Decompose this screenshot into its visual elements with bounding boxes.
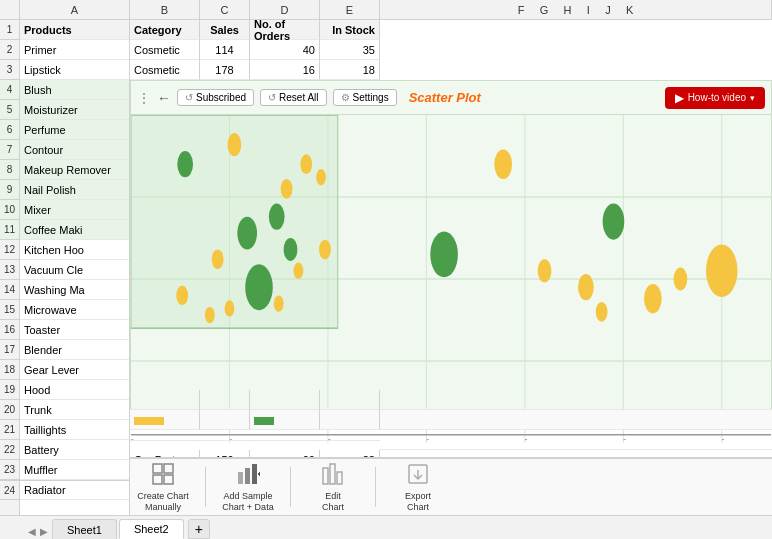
- cell-a7[interactable]: Contour: [20, 140, 129, 160]
- row-num-3[interactable]: 3: [0, 60, 19, 80]
- cell-a1[interactable]: Products: [20, 20, 129, 40]
- cell-a10[interactable]: Mixer: [20, 200, 129, 220]
- row-num-17[interactable]: 17: [0, 340, 19, 360]
- row-num-11[interactable]: 11: [0, 220, 19, 240]
- how-to-video-button[interactable]: ▶ How-to video ▾: [665, 87, 765, 109]
- row-num-12[interactable]: 12: [0, 240, 19, 260]
- cell-a4[interactable]: Blush: [20, 80, 129, 100]
- row-num-13[interactable]: 13: [0, 260, 19, 280]
- cell-a8[interactable]: Makeup Remover: [20, 160, 129, 180]
- cell-a11[interactable]: Coffee Maki: [20, 220, 129, 240]
- how-to-label: How-to video: [688, 92, 746, 103]
- row-num-22[interactable]: 22: [0, 440, 19, 460]
- cell-e3[interactable]: 18: [320, 60, 380, 80]
- svg-rect-47: [153, 464, 162, 473]
- row-num-16[interactable]: 16: [0, 320, 19, 340]
- col-header-a[interactable]: A: [20, 0, 130, 19]
- cell-a2[interactable]: Primer: [20, 40, 129, 60]
- export-chart-button[interactable]: ExportChart: [378, 460, 458, 514]
- back-button[interactable]: ←: [157, 90, 171, 106]
- cell-b1[interactable]: Category: [130, 20, 200, 40]
- row-num-21[interactable]: 21: [0, 420, 19, 440]
- cell-d2[interactable]: 40: [250, 40, 320, 60]
- reset-all-button[interactable]: ↺ Reset All: [260, 89, 326, 106]
- cell-a23[interactable]: Muffler: [20, 460, 129, 480]
- row-num-7[interactable]: 7: [0, 140, 19, 160]
- cell-e2[interactable]: 35: [320, 40, 380, 60]
- row-num-5[interactable]: 5: [0, 100, 19, 120]
- row-num-15[interactable]: 15: [0, 300, 19, 320]
- cell-c3[interactable]: 178: [200, 60, 250, 80]
- empty-fk-22: [380, 410, 772, 430]
- row-num-1[interactable]: 1: [0, 20, 19, 40]
- cell-a5[interactable]: Moisturizer: [20, 100, 129, 120]
- row-num-20[interactable]: 20: [0, 400, 19, 420]
- row-num-14[interactable]: 14: [0, 280, 19, 300]
- row-num-4[interactable]: 4: [0, 80, 19, 100]
- cell-c-battery[interactable]: [200, 440, 250, 441]
- add-sheet-button[interactable]: +: [188, 519, 210, 539]
- cell-b2[interactable]: Cosmetic: [130, 40, 200, 60]
- cell-d1[interactable]: No. of Orders: [250, 20, 320, 40]
- dots-menu-left[interactable]: ⋮: [137, 90, 151, 106]
- cell-a15[interactable]: Microwave: [20, 300, 129, 320]
- cell-a16[interactable]: Toaster: [20, 320, 129, 340]
- cell-c21[interactable]: [200, 390, 250, 410]
- col-header-e[interactable]: E: [320, 0, 380, 19]
- cell-d-battery[interactable]: [250, 440, 320, 441]
- col-header-d[interactable]: D: [250, 0, 320, 19]
- edit-chart-button[interactable]: EditChart: [293, 460, 373, 514]
- cell-d3[interactable]: 16: [250, 60, 320, 80]
- col-header-c[interactable]: C: [200, 0, 250, 19]
- bar-d22: [254, 417, 274, 425]
- add-sample-chart-button[interactable]: Add SampleChart + Data: [208, 460, 288, 514]
- col-header-b[interactable]: B: [130, 0, 200, 19]
- cell-b21[interactable]: [130, 390, 200, 410]
- row-num-9[interactable]: 9: [0, 180, 19, 200]
- cell-a24[interactable]: Radiator: [20, 480, 129, 500]
- create-manually-icon: [151, 462, 175, 488]
- cell-b3[interactable]: Cosmetic: [130, 60, 200, 80]
- sheet2-tab[interactable]: Sheet2: [119, 519, 184, 539]
- scroll-left-button[interactable]: ◀: [28, 526, 36, 539]
- cell-e-battery[interactable]: [320, 440, 380, 441]
- row-num-2[interactable]: 2: [0, 40, 19, 60]
- svg-point-16: [237, 217, 257, 250]
- row-num-23[interactable]: 23: [0, 460, 19, 480]
- cell-c1[interactable]: Sales: [200, 20, 250, 40]
- sheet1-tab[interactable]: Sheet1: [52, 519, 117, 539]
- cell-c2[interactable]: 114: [200, 40, 250, 60]
- subscribed-button[interactable]: ↺ Subscribed: [177, 89, 254, 106]
- sheet2-label: Sheet2: [134, 523, 169, 535]
- chart-container: ⋮ ← ↺ Subscribed ↺ Reset All ⚙ Settings …: [130, 80, 772, 410]
- row-num-24[interactable]: 24: [0, 480, 19, 500]
- svg-point-13: [300, 154, 312, 174]
- cell-a3[interactable]: Lipstick: [20, 60, 129, 80]
- create-chart-manually-button[interactable]: Create ChartManually: [130, 460, 203, 514]
- cell-a17[interactable]: Blender: [20, 340, 129, 360]
- row-num-8[interactable]: 8: [0, 160, 19, 180]
- cell-a22[interactable]: Battery: [20, 440, 129, 460]
- cell-a21[interactable]: Taillights: [20, 420, 129, 440]
- cell-e21[interactable]: [320, 390, 380, 410]
- cell-e1[interactable]: In Stock: [320, 20, 380, 40]
- cell-a13[interactable]: Vacuum Cle: [20, 260, 129, 280]
- cell-a14[interactable]: Washing Ma: [20, 280, 129, 300]
- row-num-19[interactable]: 19: [0, 380, 19, 400]
- settings-button[interactable]: ⚙ Settings: [333, 89, 397, 106]
- add-sample-label: Add SampleChart + Data: [222, 491, 273, 513]
- row-num-18[interactable]: 18: [0, 360, 19, 380]
- cell-a19[interactable]: Hood: [20, 380, 129, 400]
- row-num-10[interactable]: 10: [0, 200, 19, 220]
- svg-rect-51: [238, 472, 243, 484]
- cell-a20[interactable]: Trunk: [20, 400, 129, 420]
- cell-a18[interactable]: Gear Lever: [20, 360, 129, 380]
- svg-point-33: [674, 268, 688, 291]
- cell-a6[interactable]: Perfume: [20, 120, 129, 140]
- cell-b-battery[interactable]: [130, 440, 200, 441]
- scroll-right-button[interactable]: ▶: [40, 526, 48, 539]
- cell-a12[interactable]: Kitchen Hoo: [20, 240, 129, 260]
- cell-a9[interactable]: Nail Polish: [20, 180, 129, 200]
- cell-d21[interactable]: [250, 390, 320, 410]
- row-num-6[interactable]: 6: [0, 120, 19, 140]
